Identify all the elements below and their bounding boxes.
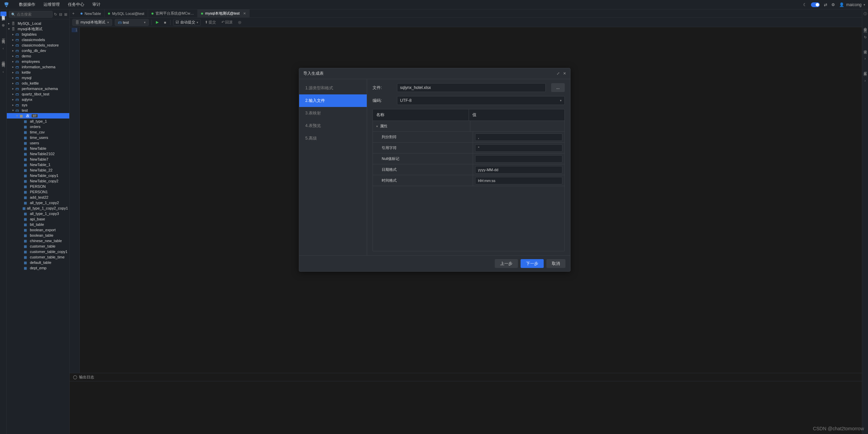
col-name: 名称 <box>373 109 469 121</box>
step-input-file[interactable]: 2.输入文件 <box>299 94 367 107</box>
cancel-button[interactable]: 取消 <box>546 259 565 268</box>
encoding-select[interactable]: UTF-8▾ <box>397 96 565 105</box>
watermark: CSDN @chat2tomorrow <box>813 426 864 431</box>
prop-name: 引用字符 <box>373 143 473 153</box>
import-modal: 导入生成表 ⤢ ✕ 1.源类型和格式 2.输入文件 3.表映射 4.表预览 5.… <box>299 68 571 272</box>
col-value: 值 <box>469 109 565 121</box>
maximize-icon[interactable]: ⤢ <box>557 71 560 76</box>
encoding-label: 编码: <box>373 98 393 104</box>
group-row[interactable]: ▾属性 <box>373 121 470 131</box>
prev-button[interactable]: 上一步 <box>495 259 518 268</box>
close-icon[interactable]: ✕ <box>563 71 566 76</box>
chevron-down-icon: ▾ <box>376 125 378 128</box>
wizard-steps: 1.源类型和格式 2.输入文件 3.表映射 4.表预览 5.高级 <box>299 79 367 255</box>
prop-input[interactable] <box>475 155 563 163</box>
prop-name: 列分割符 <box>373 132 473 142</box>
prop-input[interactable] <box>475 166 563 174</box>
prop-name: 时间格式 <box>373 175 473 186</box>
browse-button[interactable]: ... <box>551 83 565 92</box>
file-input[interactable]: sqlynx_hotel.xlsx <box>397 83 546 92</box>
modal-footer: 上一步 下一步 取消 <box>299 255 570 271</box>
prop-input[interactable] <box>475 177 563 184</box>
form-area: 文件: sqlynx_hotel.xlsx ... 编码: UTF-8▾ 名称 … <box>367 79 570 255</box>
step-source[interactable]: 1.源类型和格式 <box>299 82 367 94</box>
file-label: 文件: <box>373 85 393 91</box>
next-button[interactable]: 下一步 <box>521 259 544 268</box>
modal-title: 导入生成表 <box>303 71 324 76</box>
prop-input[interactable] <box>475 144 563 152</box>
step-mapping[interactable]: 3.表映射 <box>299 107 367 120</box>
properties-table: 名称 值 ▾属性 列分割符引用字符Null值标记日期格式时间格式 <box>373 109 565 251</box>
step-preview[interactable]: 4.表预览 <box>299 120 367 132</box>
modal-header: 导入生成表 ⤢ ✕ <box>299 68 570 79</box>
prop-input[interactable] <box>475 133 563 141</box>
prop-name: Null值标记 <box>373 153 473 164</box>
step-advanced[interactable]: 5.高级 <box>299 132 367 145</box>
prop-name: 日期格式 <box>373 164 473 175</box>
chevron-down-icon: ▾ <box>560 99 562 102</box>
modal-overlay: 导入生成表 ⤢ ✕ 1.源类型和格式 2.输入文件 3.表映射 4.表预览 5.… <box>0 0 868 434</box>
